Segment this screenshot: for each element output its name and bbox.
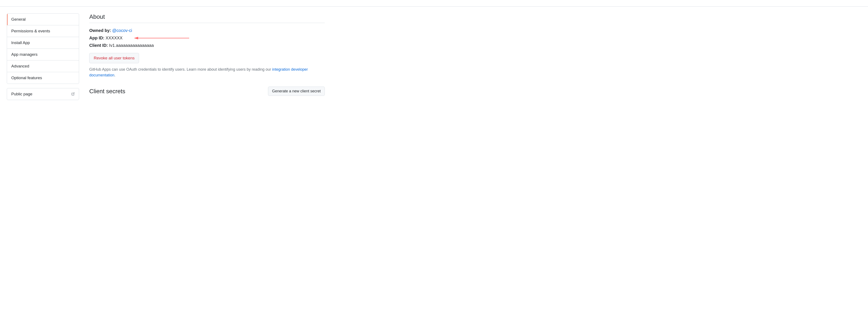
external-link-icon <box>71 92 74 96</box>
client-id-value: Iv1.aaaaaaaaaaaaaaaa <box>109 43 154 48</box>
sidebar: General Permissions & events Install App… <box>7 13 79 100</box>
svg-marker-1 <box>134 37 138 39</box>
sidebar-item-optional-features[interactable]: Optional features <box>7 72 79 84</box>
public-page-link[interactable]: Public page <box>7 88 79 100</box>
arrow-annotation-icon <box>134 36 189 40</box>
sidebar-item-app-managers[interactable]: App managers <box>7 49 79 60</box>
about-heading: About <box>89 13 325 23</box>
main-content: About Owned by: @cocov-ci App ID: XXXXXX… <box>89 13 325 100</box>
client-id-label: Client ID: <box>89 43 108 48</box>
client-secrets-heading: Client secrets <box>89 88 125 95</box>
owned-by-link[interactable]: @cocov-ci <box>112 28 132 33</box>
help-text-prefix: GitHub Apps can use OAuth credentials to… <box>89 67 272 71</box>
app-id-value: XXXXXX <box>105 35 123 40</box>
sidebar-item-permissions-events[interactable]: Permissions & events <box>7 25 79 37</box>
revoke-all-tokens-button[interactable]: Revoke all user tokens <box>89 53 139 63</box>
help-text-suffix: . <box>114 73 115 77</box>
sidebar-item-install-app[interactable]: Install App <box>7 37 79 49</box>
app-id-row: App ID: XXXXXX <box>89 35 325 40</box>
app-id-label: App ID: <box>89 35 104 40</box>
sidebar-item-advanced[interactable]: Advanced <box>7 60 79 72</box>
owned-by-row: Owned by: @cocov-ci <box>89 28 325 33</box>
client-id-row: Client ID: Iv1.aaaaaaaaaaaaaaaa <box>89 43 325 48</box>
page-container: General Permissions & events Install App… <box>0 7 332 107</box>
sidebar-item-general[interactable]: General <box>7 13 79 25</box>
oauth-help-text: GitHub Apps can use OAuth credentials to… <box>89 67 325 78</box>
generate-client-secret-button[interactable]: Generate a new client secret <box>268 87 325 96</box>
settings-nav: General Permissions & events Install App… <box>7 13 79 84</box>
owned-by-label: Owned by: <box>89 28 111 33</box>
public-page-box: Public page <box>7 88 79 100</box>
client-secrets-header-row: Client secrets Generate a new client sec… <box>89 87 325 97</box>
public-page-label: Public page <box>11 92 32 96</box>
